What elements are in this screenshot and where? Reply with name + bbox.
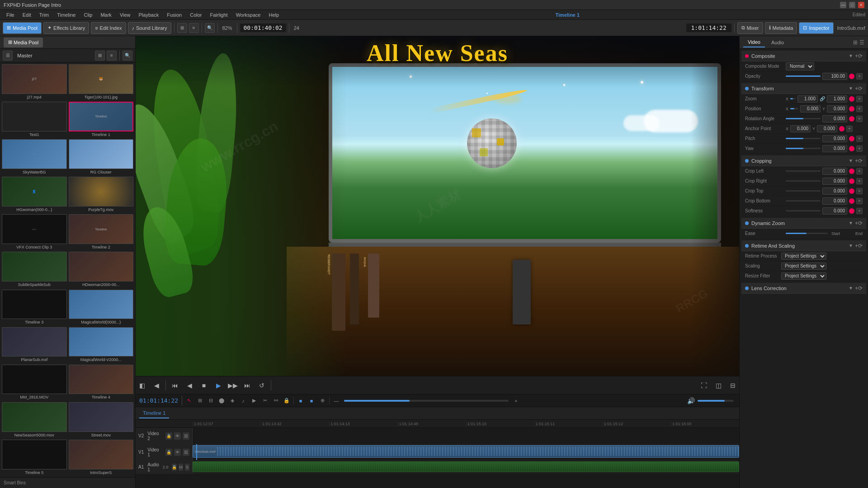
metadata-button[interactable]: ℹ Metadata — [765, 22, 797, 34]
pos-x-input[interactable] — [800, 105, 821, 113]
menu-playback[interactable]: Playback — [135, 11, 163, 19]
toolbar-grid-view[interactable]: ⊞ — [177, 23, 187, 33]
menu-trim[interactable]: Trim — [36, 11, 53, 19]
color-scopes[interactable]: ⊕ — [317, 396, 327, 406]
track-a1-lock[interactable]: 🔒 — [172, 464, 177, 471]
minimize-button[interactable]: — — [840, 2, 846, 8]
media-item[interactable]: Timeline 3 — [2, 290, 67, 325]
crop-right-add-btn[interactable]: + — [856, 178, 863, 184]
crop-top-slider[interactable] — [786, 190, 821, 192]
softness-kf-btn[interactable] — [849, 208, 854, 214]
effects-library-button[interactable]: ✦ Effects Library — [43, 22, 89, 34]
media-item[interactable]: · Test1 — [2, 102, 67, 137]
viewer-mode-btn[interactable]: ◫ — [712, 379, 725, 392]
anchor-add-btn[interactable]: + — [846, 126, 853, 132]
timeline-tab[interactable]: Timeline 1 — [139, 408, 169, 418]
crop-left-add-btn[interactable]: + — [856, 168, 863, 174]
cropping-reset-btn[interactable]: ⟳ — [858, 158, 863, 164]
menu-timeline[interactable]: Timeline — [53, 11, 79, 19]
media-item[interactable]: MagicalWorld(0000...) — [69, 290, 134, 325]
opacity-input[interactable] — [822, 73, 847, 80]
skip-to-end-btn[interactable]: ⏭ — [241, 379, 254, 392]
clip-color-btn[interactable]: ◈ — [227, 396, 237, 406]
cropping-add-btn[interactable]: + — [855, 158, 858, 164]
media-item[interactable]: NewSeason5000.mov — [2, 402, 67, 438]
media-item[interactable]: · SkyWaterBG — [2, 139, 67, 175]
snap-toggle[interactable]: ⊟ — [206, 396, 216, 406]
menu-clip[interactable]: Clip — [80, 11, 96, 19]
track-a1-solo[interactable]: S — [185, 464, 189, 471]
menu-mark[interactable]: Mark — [97, 11, 115, 19]
opacity-slider[interactable] — [786, 75, 821, 77]
crop-right-slider[interactable] — [786, 180, 821, 182]
timeline-zoom-slider[interactable] — [344, 400, 509, 402]
track-v2-eye[interactable]: 👁 — [174, 432, 181, 440]
media-item[interactable]: PlanarSub.mxf — [2, 327, 67, 363]
razor-tool[interactable]: ✂ — [260, 396, 270, 406]
prev-frame-btn[interactable]: ◀ — [183, 379, 196, 392]
cropping-header[interactable]: Cropping ▼ + ⟳ — [741, 155, 866, 166]
anchor-x-input[interactable] — [790, 125, 811, 132]
media-pool-menu[interactable]: ☰ — [3, 51, 13, 61]
inspector-menu-btn[interactable]: ☰ — [859, 39, 864, 46]
transform-header[interactable]: Transform ▼ + ⟳ — [741, 83, 866, 94]
blue-mode-1[interactable]: ■ — [296, 396, 306, 406]
volume-slider[interactable] — [698, 400, 734, 402]
rotation-input[interactable] — [822, 115, 847, 122]
media-item[interactable]: j27 j27.mp4 — [2, 64, 67, 100]
zoom-timeline[interactable]: — — [331, 396, 341, 406]
yaw-add-btn[interactable]: + — [856, 145, 863, 152]
fullscreen-btn[interactable]: ⛶ — [698, 379, 710, 392]
composite-add-btn[interactable]: + — [855, 53, 858, 59]
pos-add-btn[interactable]: + — [856, 106, 863, 112]
retime-reset-btn[interactable]: ⟳ — [858, 243, 863, 249]
pos-x-slider[interactable] — [790, 108, 798, 109]
edit-index-button[interactable]: ≡ Edit Index — [91, 22, 126, 34]
menu-file[interactable]: File — [3, 11, 18, 19]
crop-left-slider[interactable] — [786, 170, 821, 172]
opacity-add-btn[interactable]: + — [856, 73, 863, 80]
track-v1-lock[interactable]: 🔒 — [165, 449, 172, 456]
media-item[interactable]: PurpleTg.mov — [69, 177, 134, 212]
yaw-input[interactable] — [822, 145, 847, 152]
crop-bottom-add-btn[interactable]: + — [856, 198, 863, 204]
media-item-timeline1[interactable]: Timeline Timeline 1 — [69, 102, 134, 137]
anchor-y-input[interactable] — [817, 125, 837, 132]
crop-left-kf-btn[interactable] — [849, 169, 854, 174]
media-item[interactable]: MagicalWorld-V2000... — [69, 327, 134, 363]
inspector-tab-video[interactable]: Video — [743, 38, 765, 47]
mixer-button[interactable]: ⧉ Mixer — [737, 22, 763, 34]
rotation-slider[interactable] — [786, 118, 821, 119]
sound-library-button[interactable]: ♪ Sound Library — [128, 22, 171, 34]
menu-fairlight[interactable]: Fairlight — [207, 11, 231, 19]
media-item[interactable]: MM_2816.MOV — [2, 365, 67, 400]
play-btn[interactable]: ▶ — [212, 379, 225, 392]
stop-btn[interactable]: ■ — [198, 379, 210, 392]
pitch-input[interactable] — [822, 135, 847, 142]
media-item[interactable]: 👤 HGwoman(000-0...) — [2, 177, 67, 212]
retime-header[interactable]: Retime And Scaling ▼ + ⟳ — [741, 240, 866, 251]
track-v2-link[interactable]: ⛓ — [183, 432, 189, 440]
composite-reset-btn[interactable]: ⟳ — [858, 53, 863, 59]
marker-btn[interactable]: ⬤ — [217, 396, 226, 406]
dz-reset-btn[interactable]: ⟳ — [858, 220, 863, 226]
media-item[interactable]: HDwoman2000-00... — [69, 252, 134, 287]
blade-tool[interactable]: ⊞ — [195, 396, 205, 406]
zoom-in-timeline[interactable]: + — [511, 396, 521, 406]
resize-filter-select[interactable]: Project Settings — [781, 272, 826, 280]
zoom-add-btn[interactable]: + — [856, 96, 863, 102]
softness-slider[interactable] — [786, 210, 821, 211]
link-tool[interactable]: ⚯ — [271, 396, 281, 406]
maximize-button[interactable]: □ — [849, 2, 855, 8]
pos-y-input[interactable] — [827, 105, 847, 113]
select-tool[interactable]: ↖ — [184, 396, 194, 406]
crop-left-input[interactable] — [822, 168, 847, 175]
loop-btn[interactable]: ↺ — [255, 379, 268, 392]
menu-edit[interactable]: Edit — [19, 11, 35, 19]
lc-reset-btn[interactable]: ⟳ — [858, 285, 863, 291]
softness-input[interactable] — [822, 207, 847, 215]
menu-help[interactable]: Help — [265, 11, 283, 19]
crop-right-kf-btn[interactable] — [849, 178, 854, 184]
toolbar-list-view[interactable]: ≡ — [189, 23, 199, 33]
composite-mode-select[interactable]: Normal — [786, 62, 814, 70]
